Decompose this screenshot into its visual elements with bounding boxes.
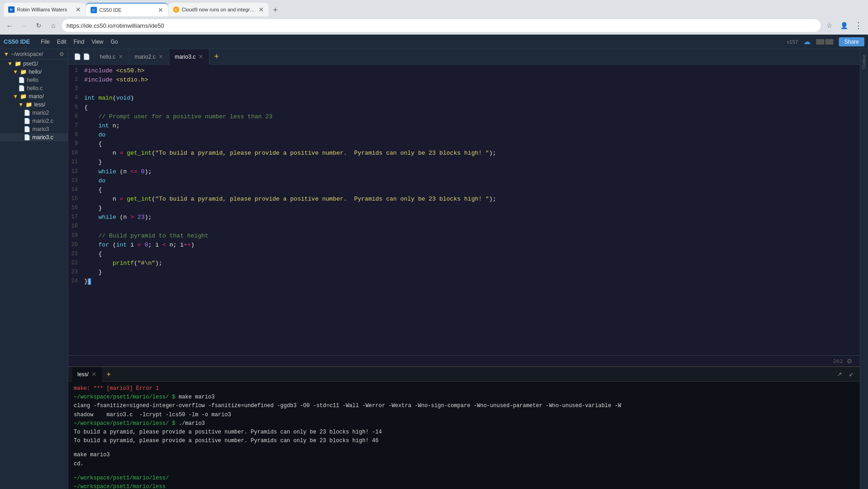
sidebar-item-mario2-bin[interactable]: 📄 mario2	[0, 109, 68, 117]
terminal-line-4: ~/workspace/pset1/mario/less/ $ ./mario3	[74, 419, 854, 428]
line-number: 18	[68, 222, 84, 231]
browser-tab-1[interactable]: R Robin Williams Waters ✕	[4, 3, 86, 16]
tab2-close[interactable]: ✕	[158, 6, 163, 14]
shrink-terminal-icon[interactable]: ↙	[846, 369, 856, 379]
browser-tab-2[interactable]: C CS50 IDE ✕	[86, 3, 168, 16]
sidebar-item-hello-bin[interactable]: 📄 hello	[0, 76, 68, 84]
line-content: {	[84, 250, 860, 259]
mario2-tab-close[interactable]: ✕	[158, 53, 163, 60]
menu-go[interactable]: Go	[107, 37, 122, 47]
tab3-close[interactable]: ✕	[259, 6, 264, 13]
hello-tab-close[interactable]: ✕	[118, 53, 123, 60]
menu-view[interactable]: View	[88, 37, 107, 47]
terminal-line-1: make: *** [mario3] Error 1	[74, 384, 854, 393]
terminal-line-5: To build a pyramid, please provide a pos…	[74, 428, 854, 437]
line-number: 17	[68, 213, 84, 222]
code-line: 17 while (n > 23);	[68, 213, 860, 222]
menu-edit[interactable]: Edit	[53, 37, 70, 47]
mario3-bin-label: mario3	[32, 126, 49, 132]
tab1-close[interactable]: ✕	[76, 6, 81, 13]
add-file-tab-button[interactable]: +	[211, 51, 222, 62]
sidebar-item-mario3-c[interactable]: 📄 mario3.c	[0, 133, 68, 141]
line-number: 19	[68, 232, 84, 241]
settings-icon[interactable]: ⚙	[847, 358, 853, 365]
terminal-blank-1	[74, 445, 854, 451]
mario3-tab-label: mario3.c	[175, 54, 196, 60]
mario-arrow-icon: ▼	[13, 93, 18, 100]
sidebar-item-mario2-c[interactable]: 📄 mario2.c	[0, 117, 68, 125]
line-content: #include <cs50.h>	[84, 66, 860, 76]
line-number: 4	[68, 94, 84, 103]
line-number: 12	[68, 167, 84, 176]
code-line: 15 n = get_int("To build a pyramid, plea…	[68, 195, 860, 204]
mario3-c-label: mario3.c	[32, 134, 53, 141]
workspace-folder-icon: ▼	[4, 51, 9, 57]
sidebar-item-hello[interactable]: ▼ 📁 hello/	[0, 68, 68, 76]
line-number: 6	[68, 112, 84, 121]
reload-button[interactable]: ↻	[33, 20, 45, 31]
terminal-line-7: make mario3	[74, 451, 854, 459]
mario2-tab-label: mario2.c	[135, 54, 156, 60]
forward-button[interactable]: →	[18, 20, 30, 31]
code-line: 3	[68, 85, 860, 94]
file-tab-mario3[interactable]: mario3.c ✕	[169, 49, 209, 65]
terminal-tab-close[interactable]: ✕	[91, 371, 96, 378]
line-number: 5	[68, 103, 84, 112]
outline-label[interactable]: Outline	[861, 53, 868, 71]
hello-bin-label: hello	[27, 77, 38, 83]
terminal-content[interactable]: make: *** [mario3] Error 1 ~/workspace/p…	[68, 382, 860, 489]
pset1-arrow-icon: ▼	[7, 60, 13, 67]
menu-file[interactable]: File	[37, 37, 53, 47]
line-number: 14	[68, 186, 84, 195]
layout-toggle[interactable]	[816, 39, 833, 45]
terminal-tab-label: less/	[77, 371, 89, 378]
ide-main: ▼ ~/workspace/ ⚙ ▼ 📁 pset1/ ▼ 📁 hello/ 📄…	[0, 49, 868, 489]
file-tab-mario2[interactable]: mario2.c ✕	[129, 49, 169, 65]
terminal-tab-less[interactable]: less/ ✕	[72, 367, 102, 382]
line-content: int main(void)	[84, 94, 860, 103]
tab-bar: R Robin Williams Waters ✕ C CS50 IDE ✕ C…	[0, 0, 868, 16]
mario3-tab-close[interactable]: ✕	[198, 53, 203, 60]
line-content: n = get_int("To build a pyramid, please …	[84, 149, 860, 158]
line-number: 20	[68, 241, 84, 250]
address-input[interactable]	[62, 19, 821, 32]
terminal-actions: ↗ ↙	[834, 369, 856, 379]
add-terminal-button[interactable]: +	[104, 369, 114, 379]
line-content: #include <stdio.h>	[84, 76, 860, 85]
hello-tab-label: hello.c	[100, 54, 116, 60]
file-tab-hello[interactable]: hello.c ✕	[94, 49, 129, 65]
line-number: 1	[68, 66, 84, 76]
browser-tab-3[interactable]: C Cloud9 now runs on and integra... ✕	[168, 3, 269, 16]
share-button[interactable]: Share	[839, 37, 864, 46]
line-number: 3	[68, 85, 84, 94]
user-button[interactable]: 👤	[838, 20, 850, 31]
menu-find[interactable]: Find	[70, 37, 88, 47]
hello-folder-icon: 📁	[20, 69, 27, 75]
sidebar-item-pset1[interactable]: ▼ 📁 pset1/	[0, 60, 68, 68]
code-editor[interactable]: 1 #include <cs50.h> 2 #include <stdio.h>…	[68, 65, 860, 355]
line-content: {	[84, 140, 860, 149]
gear-icon[interactable]: ⚙	[59, 51, 64, 57]
hello-c-label: hello.c	[27, 85, 43, 91]
pset1-label: pset1/	[23, 60, 38, 67]
file-tabs: 📄 📄 hello.c ✕ mario2.c ✕ mario3.c ✕ +	[68, 49, 860, 65]
terminal-line-2: ~/workspace/pset1/mario/less/ $ make mar…	[74, 393, 854, 402]
sidebar-item-hello-c[interactable]: 📄 hello.c	[0, 84, 68, 92]
tab2-title: CS50 IDE	[99, 7, 155, 13]
home-button[interactable]: ⌂	[47, 20, 59, 31]
bookmark-button[interactable]: ☆	[823, 20, 835, 31]
sidebar-workspace[interactable]: ▼ ~/workspace/ ⚙	[0, 49, 68, 60]
new-tab-button[interactable]: +	[269, 4, 282, 16]
back-button[interactable]: ←	[4, 20, 15, 31]
line-number: 21	[68, 250, 84, 259]
address-bar: ← → ↻ ⌂ ☆ 👤 ⋮	[0, 16, 868, 35]
line-number: 10	[68, 149, 84, 158]
sidebar-item-less[interactable]: ▼ 📁 less/	[0, 101, 68, 109]
line-content: }	[84, 158, 860, 167]
file-tab-icon-area: 📄 📄	[70, 49, 94, 65]
expand-terminal-icon[interactable]: ↗	[834, 369, 844, 379]
sidebar-item-mario3-bin[interactable]: 📄 mario3	[0, 125, 68, 133]
menu-button[interactable]: ⋮	[853, 20, 864, 31]
sidebar-item-mario[interactable]: ▼ 📁 mario/	[0, 92, 68, 101]
cloud-icon: ☁	[803, 37, 811, 46]
